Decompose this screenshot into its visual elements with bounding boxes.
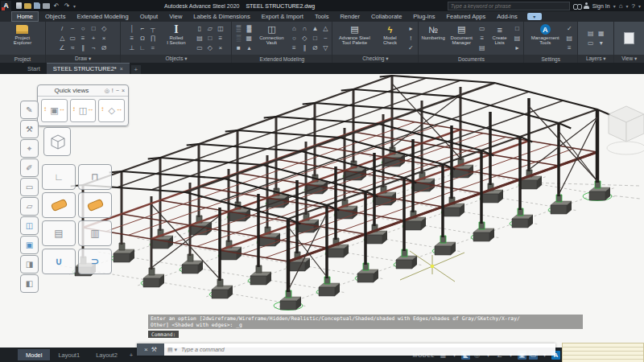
extended-tool-icon[interactable]: ■: [233, 43, 243, 52]
extended-tool-icon[interactable]: ◇: [299, 34, 309, 43]
autodesk-logo-icon[interactable]: A: [1, 1, 11, 11]
command-input[interactable]: [180, 346, 552, 353]
panel-label-extended-modeling[interactable]: Extended Modeling: [232, 55, 332, 63]
objects-tool-icon[interactable]: ×: [216, 43, 225, 52]
help-search-box[interactable]: [448, 2, 570, 10]
view-cube[interactable]: [601, 100, 644, 166]
ribbon-tab[interactable]: Output: [135, 12, 163, 21]
connection-vault-button[interactable]: ◫ Connection Vault: [255, 23, 287, 54]
extended-tool-icon[interactable]: ~: [320, 34, 330, 43]
pin-icon[interactable]: !: [112, 88, 114, 93]
draw-tool-icon[interactable]: □: [89, 24, 98, 33]
extended-tool-icon[interactable]: ⌂: [289, 24, 299, 33]
settings-tool-icon[interactable]: ✓: [564, 24, 574, 33]
ribbon-tab[interactable]: Featured Apps: [441, 12, 490, 21]
apps-store-icon[interactable]: ⌂: [619, 2, 623, 10]
objects-tool-icon[interactable]: =: [148, 43, 158, 52]
draw-tool-icon[interactable]: △: [57, 34, 67, 43]
pipe-part-button[interactable]: ⊃: [78, 249, 112, 274]
open-file-icon[interactable]: [24, 3, 31, 9]
settings-tool-icon[interactable]: ≡: [564, 43, 574, 52]
create-lists-button[interactable]: ≡ Create Lists: [489, 23, 511, 54]
panel-label-view[interactable]: View ▾: [614, 55, 644, 63]
layers-tool-icon[interactable]: ▭: [586, 39, 596, 47]
ribbon-tab[interactable]: Tools: [310, 12, 334, 21]
objects-tool-icon[interactable]: ∏: [148, 34, 158, 43]
palette-tool-icon[interactable]: ◫: [20, 216, 39, 235]
project-explorer-button[interactable]: Project Explorer: [6, 23, 39, 54]
checking-tool-icon[interactable]: ✓: [406, 43, 415, 52]
draw-tool-icon[interactable]: ○: [78, 24, 88, 33]
objects-tool-icon[interactable]: │: [127, 24, 137, 33]
extended-tool-icon[interactable]: ▴: [244, 43, 254, 52]
panel-label-documents[interactable]: Documents: [419, 55, 523, 63]
extended-tool-icon[interactable]: ▦: [244, 34, 254, 43]
tab-layout2[interactable]: Layout2: [88, 349, 126, 360]
command-dock[interactable]: × ⚒ ▤ ▾: [137, 343, 555, 356]
panel-label-layers[interactable]: Layers ▾: [578, 55, 613, 63]
extended-tool-icon[interactable]: ∩: [299, 24, 309, 33]
objects-tool-icon[interactable]: ▯: [195, 24, 204, 33]
notification-popup[interactable]: [562, 343, 644, 362]
sign-in-button[interactable]: Sign In: [592, 3, 610, 9]
beam-part-button[interactable]: ⊓: [78, 164, 112, 190]
tab-start[interactable]: Start: [21, 64, 47, 74]
extended-tool-icon[interactable]: △: [320, 24, 330, 33]
panel-label-settings[interactable]: Settings: [524, 55, 577, 63]
documents-tool-icon[interactable]: ▤: [477, 43, 487, 52]
settings-tool-icon[interactable]: ▤: [564, 34, 574, 43]
quick-views-palette[interactable]: Quick views ◎ ! − × ▣↕↔ ◫↕↔ ◇↕↔: [37, 84, 129, 126]
documents-tool-icon[interactable]: ▭: [477, 24, 487, 33]
ribbon-tab[interactable]: Extended Modeling: [72, 12, 133, 21]
customize-wrench-icon[interactable]: ⚒: [151, 346, 157, 353]
user-icon[interactable]: [584, 2, 589, 9]
numbering-button[interactable]: № Numbering: [420, 23, 445, 54]
objects-tool-icon[interactable]: ≡: [216, 34, 225, 43]
draw-tool-icon[interactable]: ◇: [99, 24, 109, 33]
ribbon-tab[interactable]: Export & Import: [257, 12, 308, 21]
search-input[interactable]: [448, 3, 569, 9]
ribbon-tab[interactable]: View: [164, 12, 187, 21]
checking-tool-icon[interactable]: ▸: [406, 24, 415, 33]
documents-tool-icon[interactable]: □: [512, 24, 522, 33]
extended-tool-icon[interactable]: Ø: [310, 43, 320, 52]
save-icon[interactable]: [34, 2, 40, 9]
search-icon[interactable]: [573, 3, 580, 9]
draw-tool-icon[interactable]: ∠: [57, 43, 67, 52]
grating-part-button[interactable]: ▤: [42, 220, 76, 246]
command-close-icon[interactable]: ×: [144, 346, 148, 353]
plate-part-button[interactable]: [78, 192, 112, 218]
extended-tool-icon[interactable]: □: [310, 34, 320, 43]
quick-view-button[interactable]: ◇↕↔: [98, 99, 125, 122]
model-viewport[interactable]: Quick views ◎ ! − × ▣↕↔ ◫↕↔ ◇↕↔ ✎⚒⌖✐▭▱◫▣…: [0, 74, 644, 348]
draw-tool-icon[interactable]: Ø: [99, 43, 109, 52]
tab-model[interactable]: Model: [18, 349, 50, 360]
extended-tool-icon[interactable]: ○: [289, 34, 299, 43]
minimize-icon[interactable]: −: [116, 88, 119, 93]
layers-tool-icon[interactable]: ▾: [597, 39, 606, 47]
help-icon[interactable]: ?: [632, 2, 635, 10]
pipe-part-button[interactable]: ∪: [42, 249, 76, 274]
palette-tool-icon[interactable]: ✎: [20, 101, 39, 119]
ribbon-display-toggle[interactable]: ▾: [527, 13, 542, 20]
panel-label-checking[interactable]: Checking ▾: [332, 55, 418, 63]
documents-tool-icon[interactable]: ≡: [477, 34, 487, 43]
draw-tool-icon[interactable]: ×: [99, 34, 109, 43]
ribbon-tab[interactable]: Render: [335, 12, 365, 21]
palette-tool-icon[interactable]: ◨: [20, 255, 39, 274]
objects-tool-icon[interactable]: ⌐: [138, 24, 147, 33]
objects-tool-icon[interactable]: ≡: [127, 34, 137, 43]
advance-steel-tool-palette-button[interactable]: ▤ Advance Steel Tool Palette: [335, 23, 374, 54]
panel-label-draw[interactable]: Draw ▾: [46, 55, 121, 63]
extended-tool-icon[interactable]: ∥: [299, 43, 309, 52]
model-check-button[interactable]: ϟ Model Check: [375, 23, 404, 54]
objects-tool-icon[interactable]: ∟: [138, 43, 147, 52]
quick-view-button[interactable]: ◫↕↔: [70, 99, 97, 122]
palette-tool-icon[interactable]: ▣: [20, 236, 39, 254]
ribbon-tab[interactable]: Collaborate: [366, 12, 407, 21]
tab-drawing[interactable]: STEEL STRUCTURE2* ×: [47, 63, 130, 74]
undo-icon[interactable]: ↶: [52, 2, 60, 10]
layers-tool-icon[interactable]: ▦: [597, 29, 606, 38]
qat-dropdown-icon[interactable]: ▾: [73, 3, 76, 9]
palette-tool-icon[interactable]: ⌖: [20, 139, 39, 158]
